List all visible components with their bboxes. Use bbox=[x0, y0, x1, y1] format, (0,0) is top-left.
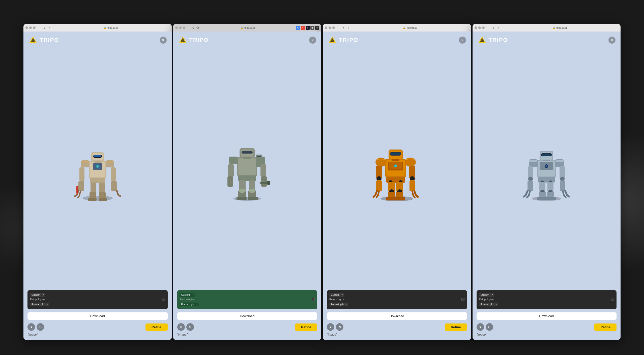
reload-icon-2[interactable] bbox=[196, 26, 199, 29]
format-row-4: Format: glb bbox=[479, 302, 614, 306]
tab-google[interactable]: G bbox=[296, 26, 300, 30]
back-icon[interactable] bbox=[43, 26, 46, 29]
titlebar-dot-9 bbox=[332, 26, 335, 29]
svg-rect-17 bbox=[78, 181, 84, 191]
svg-rect-90 bbox=[386, 197, 396, 200]
titlebar-dot-11 bbox=[478, 26, 481, 29]
tripo-logo-text-3: TRIPO bbox=[339, 37, 358, 43]
format-dropdown-3[interactable]: Format: glb bbox=[329, 303, 348, 306]
custom-row-1: Custom bbox=[30, 292, 165, 297]
retopo-checkbox-1[interactable] bbox=[162, 298, 165, 301]
action-row-2: ♥ ↻ Refine bbox=[177, 323, 317, 331]
svg-rect-15 bbox=[79, 167, 84, 181]
icon-buttons-2: ♥ ↻ bbox=[177, 323, 194, 331]
svg-point-55 bbox=[239, 189, 245, 193]
refine-button-4[interactable]: Refine bbox=[594, 323, 617, 331]
svg-rect-79 bbox=[376, 180, 382, 191]
tripo-logo-text-4: TRIPO bbox=[489, 37, 508, 43]
retopo-checkbox-2[interactable] bbox=[312, 298, 315, 301]
close-button-2[interactable]: × bbox=[309, 37, 316, 44]
tripo-header-4: TRIPO × bbox=[473, 32, 621, 47]
svg-rect-115 bbox=[538, 177, 555, 183]
format-dropdown-wrapper-1[interactable]: Format: glb bbox=[30, 302, 49, 306]
url-text-2: tripo3d.ai bbox=[244, 26, 255, 29]
custom-dropdown-4[interactable]: Custom bbox=[479, 293, 494, 297]
browser-window-4: 🔒 tripo3d.ai TRIPO × bbox=[473, 24, 621, 340]
tripo-header-2: TRIPO × bbox=[173, 32, 321, 47]
format-dropdown-2[interactable]: Format: glb bbox=[180, 303, 199, 306]
heart-button-1[interactable]: ♥ bbox=[27, 323, 35, 331]
lock-icon-1: 🔒 bbox=[103, 26, 106, 29]
retopo-checkbox-3[interactable] bbox=[461, 298, 464, 301]
tab-red[interactable]: ✕ bbox=[301, 26, 305, 30]
svg-rect-113 bbox=[528, 181, 533, 191]
format-dropdown-wrapper-3[interactable]: Format: glb bbox=[329, 302, 348, 306]
svg-rect-54 bbox=[248, 197, 258, 200]
back-icon-2[interactable] bbox=[192, 26, 195, 29]
format-row-2: Format: glb bbox=[180, 302, 315, 306]
format-dropdown-wrapper-2[interactable]: Format: glb bbox=[180, 302, 199, 306]
download-button-2[interactable]: Download bbox=[177, 312, 317, 320]
custom-dropdown-wrapper-3[interactable]: Custom bbox=[329, 292, 344, 297]
download-panel-3: Custom Retopologize Format: glb bbox=[327, 290, 467, 309]
tab-dark[interactable]: T bbox=[306, 26, 310, 30]
svg-point-67 bbox=[395, 165, 397, 167]
refresh-button-2[interactable]: ↻ bbox=[186, 323, 194, 331]
forward-icon-3[interactable] bbox=[347, 26, 350, 29]
titlebar-dot-3 bbox=[33, 26, 36, 29]
format-dropdown-4[interactable]: Format: glb bbox=[479, 303, 498, 306]
custom-dropdown-3[interactable]: Custom bbox=[329, 293, 344, 297]
retopo-label-3: Retopologize bbox=[329, 298, 344, 301]
robot-area-4 bbox=[473, 47, 621, 288]
tripo-logo-mark-4 bbox=[478, 36, 487, 45]
forward-icon[interactable] bbox=[47, 26, 50, 29]
close-button-3[interactable]: × bbox=[459, 37, 466, 44]
robot-area-2 bbox=[173, 47, 321, 288]
heart-button-3[interactable]: ♥ bbox=[327, 323, 334, 331]
custom-dropdown-2[interactable]: Custom bbox=[180, 293, 195, 297]
retopo-label-2: Retopologize bbox=[180, 298, 194, 301]
browser-content-4: TRIPO × bbox=[473, 32, 621, 340]
refine-button-3[interactable]: Refine bbox=[445, 323, 467, 331]
download-button-4[interactable]: Download bbox=[477, 312, 617, 320]
refresh-button-4[interactable]: ↻ bbox=[486, 323, 493, 331]
format-dropdown-1[interactable]: Format: glb bbox=[30, 303, 49, 306]
format-dropdown-wrapper-4[interactable]: Format: glb bbox=[479, 302, 498, 306]
refine-button-1[interactable]: Refine bbox=[145, 323, 168, 331]
titlebar-dot-7 bbox=[325, 26, 327, 29]
titlebar-1: 🔒 tripo3d.ai bbox=[23, 24, 172, 32]
refresh-button-1[interactable]: ↻ bbox=[37, 323, 44, 331]
retopo-checkbox-4[interactable] bbox=[611, 298, 614, 301]
browser-window-3: 🔒 tripo3d.ai TRIPO × bbox=[323, 24, 471, 340]
close-button-4[interactable]: × bbox=[608, 37, 616, 44]
titlebar-dot-10 bbox=[475, 26, 477, 29]
browser-content-3: TRIPO × bbox=[323, 32, 471, 340]
custom-dropdown-wrapper-4[interactable]: Custom bbox=[479, 292, 494, 297]
refine-button-2[interactable]: Refine bbox=[295, 323, 317, 331]
forward-icon-4[interactable] bbox=[496, 26, 500, 29]
custom-dropdown-1[interactable]: Custom bbox=[30, 293, 45, 297]
custom-dropdown-wrapper-2[interactable]: Custom bbox=[180, 292, 195, 297]
heart-button-2[interactable]: ♥ bbox=[177, 323, 185, 331]
titlebar-url-1: 🔒 tripo3d.ai bbox=[52, 26, 170, 29]
retopo-row-4: Retopologize bbox=[479, 298, 614, 301]
tab-x[interactable]: ✕ bbox=[315, 26, 319, 30]
image-label-1: "image" bbox=[27, 333, 168, 336]
download-button-3[interactable]: Download bbox=[327, 312, 467, 320]
svg-rect-45 bbox=[261, 176, 267, 187]
heart-button-4[interactable]: ♥ bbox=[477, 323, 484, 331]
download-button-1[interactable]: Download bbox=[27, 312, 168, 320]
back-icon-4[interactable] bbox=[492, 26, 495, 29]
refresh-button-3[interactable]: ↻ bbox=[336, 323, 343, 331]
tab-insta[interactable]: ◉ bbox=[310, 26, 314, 30]
icon-buttons-3: ♥ ↻ bbox=[327, 323, 343, 331]
svg-rect-125 bbox=[546, 197, 556, 200]
back-icon-3[interactable] bbox=[342, 26, 345, 29]
lock-icon-2: 🔒 bbox=[240, 26, 243, 29]
close-button-1[interactable]: × bbox=[160, 37, 167, 44]
custom-dropdown-wrapper-1[interactable]: Custom bbox=[30, 292, 45, 297]
svg-rect-72 bbox=[392, 159, 399, 161]
retopo-label-4: Retopologize bbox=[479, 298, 494, 301]
svg-rect-16 bbox=[111, 167, 116, 181]
tripo-logo-1: TRIPO bbox=[28, 36, 59, 45]
